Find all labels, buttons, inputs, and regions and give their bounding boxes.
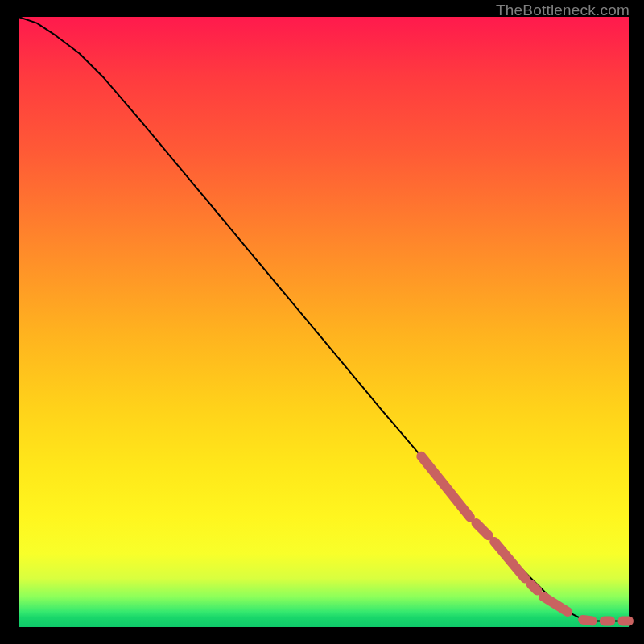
marker-capsule [583, 620, 592, 621]
plot-area [19, 17, 629, 627]
chart-stage: TheBottleneck.com [0, 0, 644, 644]
marker-group [421, 456, 629, 621]
marker-capsule [531, 584, 538, 591]
marker-capsule [421, 456, 470, 518]
chart-svg [19, 17, 629, 627]
curve-line [19, 17, 629, 621]
marker-capsule [543, 597, 568, 612]
marker-capsule [477, 523, 489, 535]
marker-capsule [494, 542, 525, 579]
